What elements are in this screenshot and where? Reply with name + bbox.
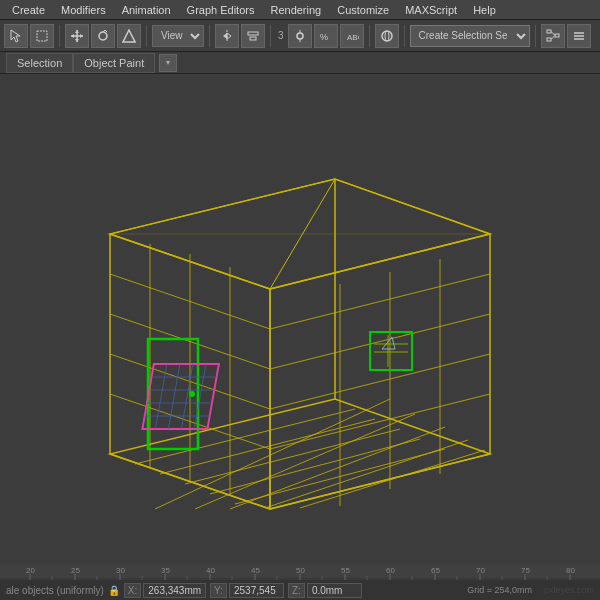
watermark: pxleyes.com bbox=[544, 585, 594, 595]
svg-line-26 bbox=[551, 35, 555, 39]
svg-point-20 bbox=[382, 31, 392, 41]
svg-marker-7 bbox=[80, 34, 83, 38]
mirror-btn[interactable] bbox=[215, 24, 239, 48]
svg-text:55: 55 bbox=[341, 566, 350, 575]
svg-rect-14 bbox=[250, 37, 256, 40]
num-label: 3 bbox=[276, 30, 286, 41]
z-label: Z: bbox=[288, 583, 305, 598]
reference-dropdown[interactable]: View bbox=[152, 25, 204, 47]
main-toolbar: View 3 % ABC Create Selection Se bbox=[0, 20, 600, 52]
x-coord: X: 263,343mm bbox=[124, 583, 206, 598]
z-value[interactable]: 0.0mm bbox=[307, 583, 362, 598]
svg-text:ABC: ABC bbox=[347, 33, 359, 42]
svg-text:65: 65 bbox=[431, 566, 440, 575]
status-text: ale objects (uniformly) bbox=[6, 585, 104, 596]
angle-snap-btn[interactable]: % bbox=[314, 24, 338, 48]
x-label: X: bbox=[124, 583, 141, 598]
svg-text:20: 20 bbox=[26, 566, 35, 575]
scale-btn[interactable] bbox=[117, 24, 141, 48]
rotate-btn[interactable] bbox=[91, 24, 115, 48]
svg-text:25: 25 bbox=[71, 566, 80, 575]
svg-text:40: 40 bbox=[206, 566, 215, 575]
svg-text:50: 50 bbox=[296, 566, 305, 575]
menu-bar: Create Modifiers Animation Graph Editors… bbox=[0, 0, 600, 20]
svg-marker-12 bbox=[227, 33, 231, 39]
svg-text:75: 75 bbox=[521, 566, 530, 575]
svg-point-8 bbox=[99, 32, 107, 40]
svg-text:35: 35 bbox=[161, 566, 170, 575]
percent-snap-btn[interactable]: ABC bbox=[340, 24, 364, 48]
svg-point-21 bbox=[385, 31, 389, 41]
align-btn[interactable] bbox=[241, 24, 265, 48]
svg-rect-13 bbox=[248, 32, 258, 35]
status-bar: ale objects (uniformly) 🔒 X: 263,343mm Y… bbox=[0, 580, 600, 600]
svg-marker-11 bbox=[223, 33, 227, 39]
menu-animation[interactable]: Animation bbox=[114, 2, 179, 18]
menu-maxscript[interactable]: MAXScript bbox=[397, 2, 465, 18]
y-coord: Y: 2537,545 bbox=[210, 583, 284, 598]
svg-marker-6 bbox=[71, 34, 74, 38]
menu-help[interactable]: Help bbox=[465, 2, 504, 18]
svg-rect-22 bbox=[547, 30, 551, 33]
svg-point-64 bbox=[189, 391, 195, 397]
svg-text:45: 45 bbox=[251, 566, 260, 575]
schematic-btn[interactable] bbox=[541, 24, 565, 48]
sep1 bbox=[59, 25, 60, 47]
svg-rect-24 bbox=[547, 38, 551, 41]
viewport[interactable] bbox=[0, 74, 600, 564]
menu-rendering[interactable]: Rendering bbox=[262, 2, 329, 18]
svg-text:60: 60 bbox=[386, 566, 395, 575]
move-btn[interactable] bbox=[65, 24, 89, 48]
y-label: Y: bbox=[210, 583, 227, 598]
sep2 bbox=[146, 25, 147, 47]
create-selection-dropdown[interactable]: Create Selection Se bbox=[410, 25, 530, 47]
secondary-toolbar: Selection Object Paint ▾ bbox=[0, 52, 600, 74]
sep4 bbox=[270, 25, 271, 47]
toolbar2-options-btn[interactable]: ▾ bbox=[159, 54, 177, 72]
grid-info: Grid = 254,0mm bbox=[467, 585, 536, 595]
ruler: 20 25 30 35 40 45 50 55 60 65 70 75 80 bbox=[0, 564, 600, 580]
menu-create[interactable]: Create bbox=[4, 2, 53, 18]
selection-tab[interactable]: Selection bbox=[6, 53, 73, 73]
menu-graph-editors[interactable]: Graph Editors bbox=[179, 2, 263, 18]
scene-svg bbox=[0, 74, 600, 564]
layers-btn[interactable] bbox=[567, 24, 591, 48]
x-value[interactable]: 263,343mm bbox=[143, 583, 206, 598]
svg-text:30: 30 bbox=[116, 566, 125, 575]
lock-icon: 🔒 bbox=[108, 585, 120, 596]
svg-text:%: % bbox=[320, 32, 328, 42]
menu-modifiers[interactable]: Modifiers bbox=[53, 2, 114, 18]
object-paint-tab[interactable]: Object Paint bbox=[73, 53, 155, 73]
viewport-inner bbox=[0, 74, 600, 564]
sep7 bbox=[535, 25, 536, 47]
svg-rect-31 bbox=[0, 74, 600, 564]
menu-customize[interactable]: Customize bbox=[329, 2, 397, 18]
rect-select-btn[interactable] bbox=[30, 24, 54, 48]
z-coord: Z: 0.0mm bbox=[288, 583, 362, 598]
svg-marker-5 bbox=[75, 39, 79, 42]
sep6 bbox=[404, 25, 405, 47]
svg-marker-0 bbox=[11, 30, 20, 42]
ruler-svg: 20 25 30 35 40 45 50 55 60 65 70 75 80 bbox=[0, 564, 600, 580]
svg-rect-23 bbox=[555, 34, 559, 37]
material-btn[interactable] bbox=[375, 24, 399, 48]
select-btn[interactable] bbox=[4, 24, 28, 48]
svg-marker-9 bbox=[123, 30, 135, 42]
svg-text:80: 80 bbox=[566, 566, 575, 575]
y-value[interactable]: 2537,545 bbox=[229, 583, 284, 598]
svg-text:70: 70 bbox=[476, 566, 485, 575]
svg-marker-4 bbox=[75, 30, 79, 33]
sep3 bbox=[209, 25, 210, 47]
svg-point-15 bbox=[297, 33, 303, 39]
svg-rect-1 bbox=[37, 31, 47, 41]
snap-btn[interactable] bbox=[288, 24, 312, 48]
sep5 bbox=[369, 25, 370, 47]
svg-line-25 bbox=[551, 31, 555, 35]
